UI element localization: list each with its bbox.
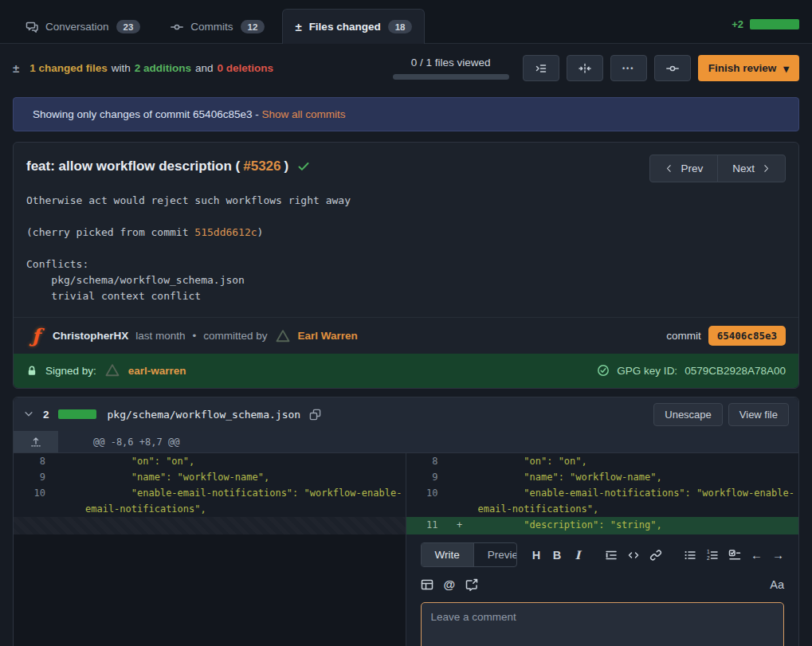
arrow-left-icon[interactable]: ← <box>751 548 763 562</box>
tab-label: Commits <box>190 21 233 33</box>
file-header-actions: Unescape View file <box>653 403 789 426</box>
file-changes-count: 2 <box>43 409 49 421</box>
prev-commit-button[interactable]: Prev <box>649 155 718 182</box>
chevron-right-icon <box>762 164 771 173</box>
commit-title-text: ) <box>284 159 289 174</box>
tab-label: Conversation <box>45 21 109 33</box>
split-arrows-icon <box>579 62 591 75</box>
next-commit-button[interactable]: Next <box>717 155 786 182</box>
ordered-list-icon[interactable]: 12 <box>706 549 719 562</box>
line-number[interactable]: 9 <box>14 469 55 485</box>
git-commit-icon <box>666 62 679 75</box>
show-commit-button[interactable] <box>654 55 691 81</box>
tab-label: Files changed <box>309 21 381 33</box>
diff-line: 10 "enable-email-notifications": "workfl… <box>406 485 799 517</box>
file-name[interactable]: pkg/schema/workflow_schema.json <box>108 409 301 421</box>
commit-message-text: Otherwise act would reject such workflow… <box>26 194 351 238</box>
diff-line: 10 "enable-email-notifications": "workfl… <box>14 485 406 517</box>
tab-count-badge: 23 <box>116 20 141 33</box>
svg-text:2: 2 <box>707 555 710 561</box>
cherry-pick-commit-link[interactable]: 515dd6612c <box>194 226 257 238</box>
commit-label: commit <box>666 330 701 342</box>
files-viewed-label: 0 / 1 files viewed <box>411 57 491 69</box>
diff-line: 9 "name": "workflow-name", <box>14 469 406 485</box>
diff-empty-line <box>14 517 406 534</box>
tab-count-badge: 18 <box>388 20 413 33</box>
inline-comment-empty-cell <box>14 534 406 646</box>
task-list-icon[interactable] <box>728 549 741 562</box>
prev-label: Prev <box>681 162 703 174</box>
format-icons: H B I <box>531 548 784 562</box>
comment-input[interactable] <box>421 602 785 646</box>
author-avatar[interactable]: ƒ <box>26 327 45 346</box>
author-name[interactable]: ChristopherHX <box>53 330 128 342</box>
copy-filename-icon[interactable] <box>309 409 321 421</box>
git-commit-icon <box>171 21 183 33</box>
caret-down-icon: ▾ <box>783 62 789 75</box>
line-number[interactable]: 10 <box>406 485 448 517</box>
committer-avatar[interactable] <box>275 328 291 344</box>
tab-write[interactable]: Write <box>422 543 474 566</box>
collapse-file-icon[interactable] <box>23 409 34 420</box>
line-number[interactable]: 9 <box>406 469 448 485</box>
verified-icon <box>597 364 610 377</box>
diffstat-added: +2 <box>732 18 743 30</box>
heading-icon[interactable]: H <box>531 549 542 562</box>
next-label: Next <box>732 162 755 174</box>
write-preview-tabs: Write Preview <box>421 542 518 567</box>
tab-conversation[interactable]: Conversation 23 <box>13 9 153 44</box>
commit-sha-badge[interactable]: 65406c85e3 <box>708 326 786 346</box>
prev-next-group: Prev Next <box>649 155 786 182</box>
tab-preview[interactable]: Preview <box>474 543 517 566</box>
quote-icon[interactable] <box>605 549 618 562</box>
line-number[interactable]: 8 <box>406 453 448 469</box>
code-line: "on": "on", <box>79 453 406 469</box>
commit-title: feat: allow workflow description (#5326) <box>26 155 310 174</box>
diff-file-box: 2 pkg/schema/workflow_schema.json Unesca… <box>13 397 799 646</box>
line-number[interactable]: 8 <box>14 453 55 469</box>
pr-tab-bar: Conversation 23 Commits 12 ± Files chang… <box>0 0 812 44</box>
show-all-commits-link[interactable]: Show all commits <box>261 108 345 120</box>
code-icon[interactable] <box>627 549 640 562</box>
status-check-icon <box>297 160 310 173</box>
signer-avatar[interactable] <box>104 362 120 378</box>
bold-icon[interactable]: B <box>551 549 563 562</box>
split-view-button[interactable] <box>567 55 603 81</box>
more-options-button[interactable]: ••• <box>610 55 647 81</box>
tab-files-changed[interactable]: ± Files changed 18 <box>282 9 425 44</box>
font-toggle[interactable]: Aa <box>770 578 784 591</box>
summary-text: with <box>112 62 131 74</box>
files-viewed-progress <box>393 74 509 80</box>
committer-name[interactable]: Earl Warren <box>298 330 358 342</box>
committed-by-label: committed by <box>203 330 267 342</box>
line-number[interactable]: 11 <box>406 517 448 534</box>
line-number[interactable]: 10 <box>14 485 55 517</box>
finish-review-label: Finish review <box>708 62 777 74</box>
expand-hunk-button[interactable] <box>14 431 58 452</box>
table-icon[interactable] <box>421 578 433 591</box>
link-icon[interactable] <box>649 549 662 562</box>
commit-author-row: ƒ ChristopherHX last month • committed b… <box>14 317 798 354</box>
gpg-key-info: GPG key ID: 0579CB2928A78A00 <box>597 364 786 377</box>
mention-icon[interactable]: @ <box>444 577 456 591</box>
changed-files-summary: ± 1 changed files with 2 additions and 0… <box>13 61 273 75</box>
finish-review-button[interactable]: Finish review ▾ <box>698 55 799 81</box>
tab-count-badge: 12 <box>241 20 265 33</box>
gpg-key-id: 0579CB2928A78A00 <box>685 365 786 377</box>
tab-commits[interactable]: Commits 12 <box>158 9 277 44</box>
italic-icon[interactable]: I <box>572 548 583 562</box>
diff-left-side: 8 "on": "on", 9 "name": "workflow-name",… <box>14 453 406 534</box>
unescape-button[interactable]: Unescape <box>653 403 723 426</box>
commit-filter-banner: Showing only changes of commit 65406c85e… <box>13 97 799 131</box>
cross-reference-icon[interactable] <box>465 578 478 591</box>
commit-header: feat: allow workflow description (#5326)… <box>14 143 798 182</box>
signer-link[interactable]: earl-warren <box>128 365 186 377</box>
issue-ref-link[interactable]: #5326 <box>243 159 280 174</box>
file-tree-toggle-button[interactable] <box>523 55 559 81</box>
signed-by-label: Signed by: <box>45 365 96 377</box>
kebab-icon: ••• <box>622 65 634 72</box>
unordered-list-icon[interactable] <box>684 549 696 562</box>
arrow-right-icon[interactable]: → <box>772 548 784 562</box>
file-diffstat-bar <box>58 409 96 419</box>
view-file-button[interactable]: View file <box>728 403 789 426</box>
